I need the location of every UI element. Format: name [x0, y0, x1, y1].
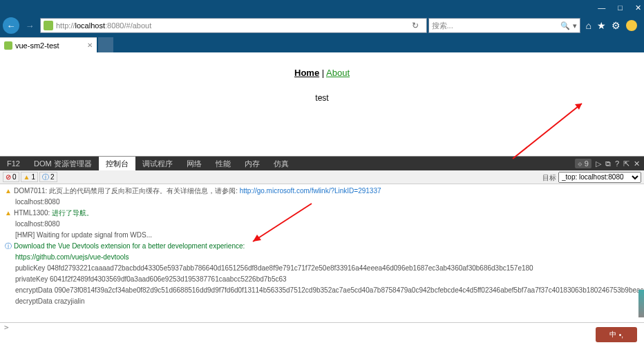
unpin-icon[interactable]: ⧉: [605, 159, 611, 168]
nav-link-home[interactable]: Home: [294, 68, 319, 78]
browser-navbar: ← → http://localhost:8080/#/about ↻ 搜索..…: [0, 15, 644, 36]
console-line: localhost:8080: [4, 197, 640, 208]
url-host: localhost: [75, 21, 105, 30]
devtools-f12-label: F12: [0, 157, 27, 170]
maximize-button[interactable]: □: [618, 3, 623, 12]
forward-button[interactable]: →: [21, 17, 39, 34]
scroll-indicator: [638, 290, 644, 317]
site-icon: [44, 21, 53, 30]
undock-icon[interactable]: ⇱: [623, 159, 629, 168]
console-filter-bar: ⊘0 ▲1 ⓘ2 目标 _top: localhost:8080: [0, 170, 644, 184]
tab-favicon: [4, 41, 12, 50]
browser-tab[interactable]: vue-sm2-test ✕: [0, 37, 97, 52]
devtools-tabbar: F12 DOM 资源管理器 控制台 调试程序 网络 性能 内存 仿真 ⟐ 9 ▷…: [0, 157, 644, 170]
favorites-icon[interactable]: ★: [597, 20, 606, 31]
page-body-text: test: [0, 93, 644, 103]
info-filter[interactable]: ⓘ2: [39, 172, 57, 182]
search-box[interactable]: 搜索... 🔍 ▾: [428, 18, 580, 33]
close-window-button[interactable]: ✕: [635, 3, 641, 12]
console-line: ▲HTML1300: 进行了导航。: [4, 208, 640, 219]
devtools-panel: F12 DOM 资源管理器 控制台 调试程序 网络 性能 内存 仿真 ⟐ 9 ▷…: [0, 156, 644, 335]
new-tab-button[interactable]: [98, 37, 113, 52]
console-line: https://github.com/vuejs/vue-devtools: [4, 252, 640, 263]
emulation-badge[interactable]: ⟐ 9: [575, 159, 591, 168]
console-line: localhost:8080: [4, 219, 640, 230]
console-line: publicKey 048fd2793221caaaad72bacbdd4330…: [4, 263, 640, 274]
nav-link-about[interactable]: About: [326, 68, 350, 78]
url-scheme: http://: [56, 21, 75, 30]
console-line: decryptData crazyjialin: [4, 296, 640, 307]
url-path: /#/about: [124, 21, 151, 30]
devtools-tab-emulation[interactable]: 仿真: [267, 157, 296, 170]
console-line: ⓘDownload the Vue Devtools extension for…: [4, 241, 640, 252]
devtools-tab-performance[interactable]: 性能: [209, 157, 238, 170]
search-icon[interactable]: 🔍 ▾: [560, 21, 576, 30]
ime-indicator[interactable]: 中 •,: [596, 327, 637, 342]
back-button[interactable]: ←: [3, 17, 19, 34]
console-output: ▲DOM7011: 此页上的代码禁用了反向和正向缓存。有关详细信息，请参阅: h…: [0, 184, 644, 322]
console-line: ▲DOM7011: 此页上的代码禁用了反向和正向缓存。有关详细信息，请参阅: h…: [4, 186, 640, 197]
user-avatar-icon[interactable]: [626, 20, 637, 31]
tab-title: vue-sm2-test: [15, 41, 59, 50]
devtools-tab-memory[interactable]: 内存: [238, 157, 267, 170]
ime-label: 中: [609, 330, 616, 339]
search-placeholder: 搜索...: [432, 21, 453, 31]
browser-toolbar-icons: ⌂ ★ ⚙: [582, 20, 641, 31]
console-line: encryptData 090e73f0814f39a2cf34abe0f82d…: [4, 285, 640, 296]
target-dropdown[interactable]: _top: localhost:8080: [558, 172, 641, 183]
url-port: :8080: [105, 21, 124, 30]
minimize-button[interactable]: —: [598, 3, 605, 12]
run-icon[interactable]: ▷: [596, 159, 601, 168]
address-bar[interactable]: http://localhost:8080/#/about ↻: [40, 18, 427, 33]
console-line: [HMR] Waiting for update signal from WDS…: [4, 230, 640, 241]
devtools-tab-network[interactable]: 网络: [180, 157, 209, 170]
errors-filter[interactable]: ⊘0: [3, 172, 19, 182]
target-selector: 目标 _top: localhost:8080: [542, 172, 641, 183]
devtools-tab-dom[interactable]: DOM 资源管理器: [27, 157, 99, 170]
browser-tabs: vue-sm2-test ✕: [0, 36, 644, 52]
devtools-tab-debugger[interactable]: 调试程序: [135, 157, 180, 170]
devtools-close-icon[interactable]: ✕: [634, 159, 640, 168]
nav-separator: |: [319, 68, 326, 78]
refresh-button[interactable]: ↻: [407, 18, 424, 33]
tab-close-button[interactable]: ✕: [87, 41, 93, 49]
home-icon[interactable]: ⌂: [586, 20, 591, 31]
devtools-tab-console[interactable]: 控制台: [99, 157, 135, 170]
help-icon[interactable]: ?: [615, 159, 619, 168]
page-content: Home | About test: [0, 52, 644, 156]
console-input[interactable]: >: [0, 322, 644, 335]
ime-sub: •,: [619, 331, 623, 339]
warnings-filter[interactable]: ▲1: [21, 172, 38, 182]
window-titlebar: — □ ✕: [0, 0, 644, 15]
settings-icon[interactable]: ⚙: [612, 20, 621, 31]
console-line: privateKey 6041f2f2489fd4303569df0a3aad6…: [4, 274, 640, 285]
